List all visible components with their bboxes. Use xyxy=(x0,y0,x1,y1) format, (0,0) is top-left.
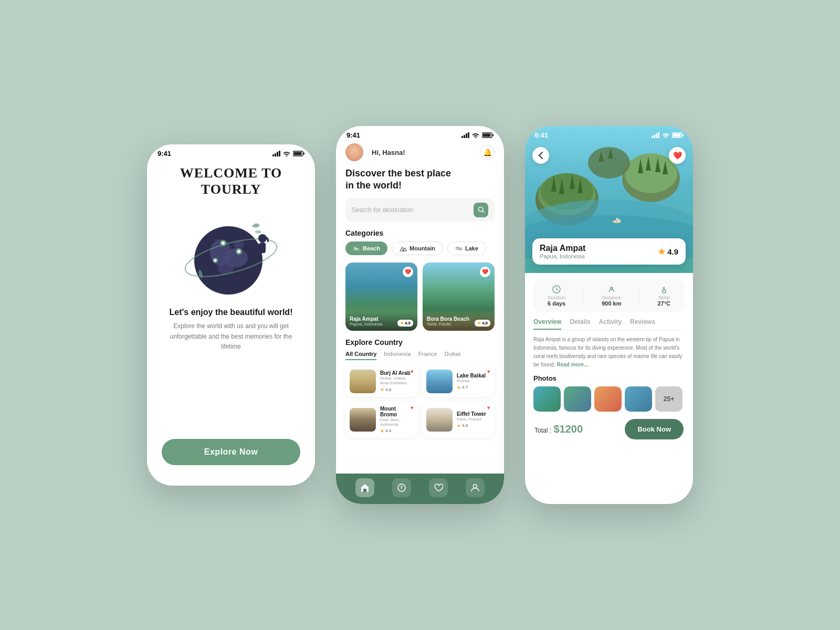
svg-rect-24 xyxy=(461,136,463,138)
heart-burj[interactable]: ♥ xyxy=(411,369,414,374)
svg-point-19 xyxy=(214,259,217,262)
search-icon xyxy=(478,206,485,213)
signal-icon-2 xyxy=(461,132,469,138)
read-more-link[interactable]: Read more... xyxy=(557,362,589,368)
battery-icon-2 xyxy=(482,132,494,138)
tab-activity[interactable]: Activity xyxy=(599,318,622,330)
svg-point-53 xyxy=(588,147,630,178)
svg-rect-26 xyxy=(466,133,467,138)
country-card-baikal[interactable]: Lake Baikal Russia ★ 4.7 ♥ xyxy=(422,365,495,397)
detail-body: Duration 6 days Distance 900 km xyxy=(525,273,693,446)
heart-icon xyxy=(434,483,443,492)
bromo-rating: ★ 4.9 xyxy=(380,428,414,434)
book-now-button[interactable]: Book Now xyxy=(625,419,684,439)
burj-rating: ★ 4.8 xyxy=(380,387,414,392)
status-time-3: 9:41 xyxy=(534,131,548,139)
heart-bromo[interactable]: ♥ xyxy=(411,405,414,411)
country-card-bromo[interactable]: Mount Bromo East Java, Indonesia ★ 4.9 ♥ xyxy=(345,402,418,438)
home-content: Hi, Hasna! 🔔 Discover the best placein t… xyxy=(336,141,504,498)
bromo-info: Mount Bromo East Java, Indonesia ★ 4.9 xyxy=(380,406,414,434)
svg-rect-1 xyxy=(275,153,276,156)
back-arrow-icon xyxy=(538,151,543,160)
total-section: Total : $1200 xyxy=(534,423,583,435)
phone-home: 9:41 xyxy=(336,126,504,504)
photo-1[interactable] xyxy=(533,386,561,412)
lake-icon xyxy=(455,245,463,251)
welcome-subtitle: Let's enjoy the beautiful world! xyxy=(170,308,293,317)
status-time-2: 9:41 xyxy=(346,131,360,139)
tab-indonesia[interactable]: Indonesia xyxy=(384,351,411,360)
categories-title: Categories xyxy=(345,229,495,237)
featured-card-raja[interactable]: ❤️ Raja Ampat Papua, Indonesia ★4.9 xyxy=(345,262,417,331)
nav-compass[interactable] xyxy=(392,478,411,497)
tab-overview[interactable]: Overview xyxy=(533,318,561,330)
baikal-rating: ★ 4.7 xyxy=(457,385,490,390)
photo-2[interactable] xyxy=(564,386,591,412)
detail-tabs: Overview Details Activity Reviews xyxy=(533,318,685,330)
status-icons-2 xyxy=(461,132,494,138)
profile-icon xyxy=(470,483,480,492)
explore-now-button[interactable]: Explore Now xyxy=(162,439,300,465)
tab-details[interactable]: Details xyxy=(570,318,590,330)
notification-bell[interactable]: 🔔 xyxy=(480,145,495,160)
welcome-description: Explore the world with us and you will g… xyxy=(162,321,300,352)
greeting-text: Hi, Hasna! xyxy=(372,149,405,156)
heart-baikal[interactable]: ♥ xyxy=(487,369,490,374)
welcome-title: WELCOME TO TOURLY xyxy=(180,165,282,197)
svg-point-60 xyxy=(611,287,613,289)
stat-divider-2 xyxy=(639,288,639,303)
tab-dubai[interactable]: Dubai xyxy=(445,351,461,360)
search-bar[interactable]: Search for destination xyxy=(345,198,495,222)
category-beach[interactable]: Beach xyxy=(345,242,387,255)
nav-favorites[interactable] xyxy=(429,478,448,497)
phone-welcome: 9:41 WELCOME TO xyxy=(147,144,315,486)
featured-card-borabora[interactable]: ❤️ Bora Bora Beach Tahiti, Pacific ★4.8 xyxy=(423,262,495,331)
tab-france[interactable]: France xyxy=(418,351,437,360)
search-button[interactable] xyxy=(474,203,488,217)
svg-rect-23 xyxy=(262,244,265,251)
photo-3[interactable] xyxy=(594,386,622,412)
heart-badge-bora[interactable]: ❤️ xyxy=(480,267,490,277)
svg-rect-22 xyxy=(258,244,261,251)
explore-country-title: Explore Country xyxy=(345,338,495,346)
svg-point-15 xyxy=(222,242,225,245)
heart-eiffel[interactable]: ♥ xyxy=(487,405,490,411)
svg-rect-43 xyxy=(658,132,659,138)
svg-marker-37 xyxy=(401,485,403,488)
bottom-nav xyxy=(336,474,504,504)
category-mountain[interactable]: Mountain xyxy=(392,242,443,255)
status-icons-1 xyxy=(272,151,304,156)
svg-rect-46 xyxy=(682,134,684,136)
country-tabs: All Country Indonesia France Dubai xyxy=(345,351,495,360)
categories-row: Beach Mountain Lake xyxy=(345,242,495,255)
svg-rect-40 xyxy=(652,136,653,138)
wifi-icon-2 xyxy=(471,132,480,138)
nav-home[interactable] xyxy=(355,478,374,497)
svg-point-39 xyxy=(474,485,477,488)
nav-profile[interactable] xyxy=(466,478,485,497)
back-button[interactable] xyxy=(532,147,549,164)
svg-rect-29 xyxy=(483,134,491,137)
destination-badge: Raja Ampat Papua, Indonesia ★ 4.9 xyxy=(532,238,686,265)
footer-row: Total : $1200 Book Now xyxy=(533,419,685,439)
bromo-thumb xyxy=(350,408,376,432)
tab-reviews[interactable]: Reviews xyxy=(630,318,655,330)
favorite-button[interactable]: ❤️ xyxy=(669,147,686,164)
globe-illustration xyxy=(178,205,284,300)
country-card-burj[interactable]: Burj Al Arab Dubai, United Arab Emirates… xyxy=(345,365,418,397)
clock-icon xyxy=(552,285,561,294)
category-lake[interactable]: Lake xyxy=(447,242,486,255)
photo-4[interactable] xyxy=(625,386,652,412)
temp-icon xyxy=(659,285,669,294)
svg-rect-30 xyxy=(492,134,494,136)
photo-more-count[interactable]: 25+ xyxy=(655,386,682,412)
eiffel-info: Eiffel Tower Paris, France ★ 4.8 xyxy=(457,411,490,428)
tab-all-country[interactable]: All Country xyxy=(345,351,376,360)
signal-icon xyxy=(272,151,280,156)
home-header: Hi, Hasna! 🔔 xyxy=(345,143,495,161)
heart-badge-raja[interactable]: ❤️ xyxy=(403,267,413,277)
country-card-eiffel[interactable]: Eiffel Tower Paris, France ★ 4.8 ♥ xyxy=(422,402,495,438)
eiffel-thumb xyxy=(426,408,453,432)
status-bar-2: 9:41 xyxy=(336,126,504,141)
globe-svg xyxy=(178,205,284,300)
